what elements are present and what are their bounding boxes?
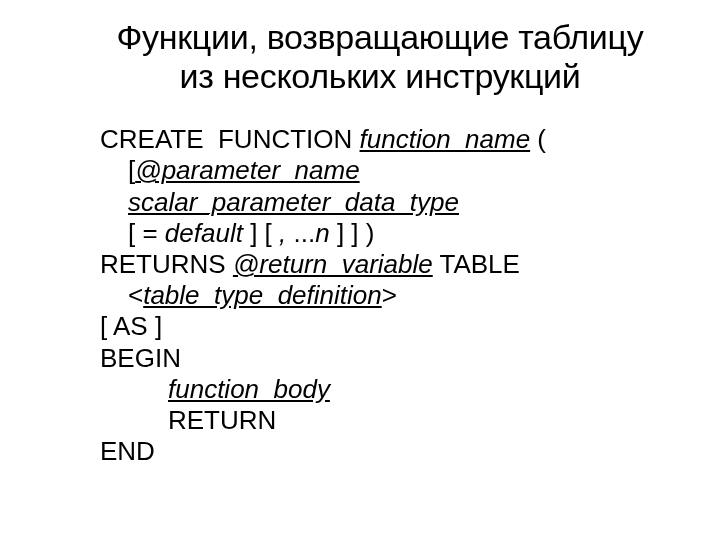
code-line-4: [ = default ] [ , ...n ] ] ) [100,218,680,249]
title-line-1: Функции, возвращающие таблицу [117,18,644,56]
code-line-1: CREATE FUNCTION function_name ( [100,124,680,155]
title-line-2: из нескольких инструкций [180,57,581,95]
code-line-3: scalar_parameter_data_type [100,187,680,218]
code-line-7: [ AS ] [100,311,680,342]
code-line-11: END [100,436,680,467]
slide-title: Функции, возвращающие таблицу из несколь… [80,18,680,96]
code-line-10: RETURN [100,405,680,436]
code-line-6: <table_type_definition> [100,280,680,311]
code-line-2: [@parameter_name [100,155,680,186]
code-line-8: BEGIN [100,343,680,374]
code-block: CREATE FUNCTION function_name ( [@parame… [80,124,680,467]
code-line-9: function_body [100,374,680,405]
code-line-5: RETURNS @return_variable TABLE [100,249,680,280]
